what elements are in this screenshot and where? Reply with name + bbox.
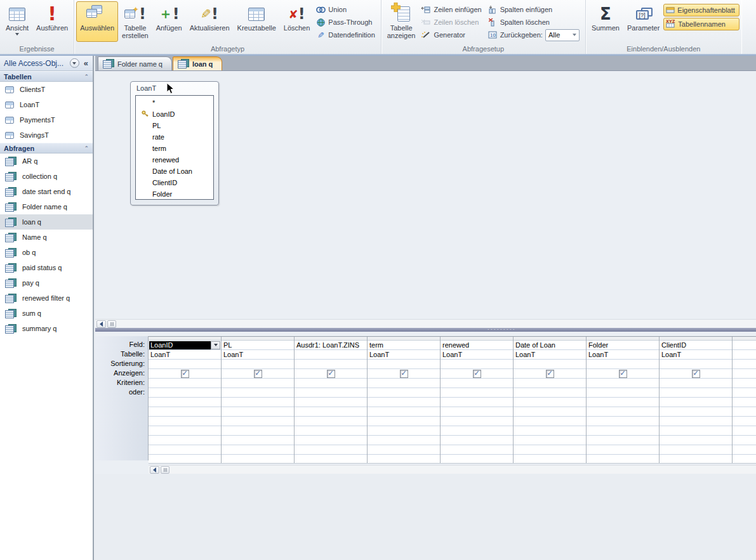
field-list-item[interactable]: term — [136, 143, 213, 154]
return-combobox[interactable]: Alle — [545, 29, 580, 41]
or-cell[interactable] — [295, 388, 367, 398]
sidebar-item-query[interactable]: Folder name q — [0, 199, 93, 214]
field-list-item[interactable]: * — [136, 97, 213, 108]
show-table-button[interactable]: Tabelle anzeigen — [383, 1, 420, 42]
table-cell[interactable]: LoanT — [368, 350, 440, 360]
sidebar-item-query[interactable]: date start end q — [0, 184, 93, 199]
criteria-cell[interactable] — [587, 379, 659, 388]
sidebar-item-query[interactable]: loan q — [0, 214, 93, 230]
field-list-item[interactable]: Folder — [136, 188, 213, 200]
or-cell[interactable] — [149, 388, 221, 398]
sort-cell[interactable] — [368, 360, 440, 369]
criteria-cell[interactable] — [222, 379, 294, 388]
criteria-cell[interactable] — [660, 379, 732, 388]
or-cell[interactable] — [441, 388, 513, 398]
insert-columns-button[interactable]: Spalten einfügen — [486, 3, 583, 16]
field-dropdown-button[interactable] — [211, 341, 220, 349]
field-cell[interactable]: term — [368, 341, 440, 350]
append-button[interactable]: ＋! Anfügen — [152, 1, 186, 42]
scrollbar-thumb[interactable] — [107, 320, 116, 328]
scroll-left-button[interactable] — [150, 466, 159, 474]
sidebar-item-query[interactable]: pay q — [0, 275, 93, 290]
show-cell[interactable]: ✓ — [149, 369, 221, 379]
show-checkbox[interactable]: ✓ — [546, 370, 554, 378]
sidebar-item-query[interactable]: paid status q — [0, 260, 93, 275]
or-cell[interactable] — [660, 388, 732, 398]
field-list-item[interactable]: rate — [136, 131, 213, 143]
show-cell[interactable]: ✓ — [587, 369, 659, 379]
field-cell[interactable]: Date of Loan — [514, 341, 586, 350]
table-cell[interactable]: LoanT — [441, 350, 513, 360]
sort-cell[interactable] — [295, 360, 367, 369]
nav-pane-dropdown-button[interactable] — [70, 58, 79, 68]
sidebar-item-query[interactable]: Name q — [0, 230, 93, 245]
show-cell[interactable]: ✓ — [368, 369, 440, 379]
sidebar-item-query[interactable]: ob q — [0, 245, 93, 260]
property-sheet-toggle[interactable]: Eigenschaftenblatt — [663, 4, 739, 16]
table-cell[interactable]: LoanT — [514, 350, 586, 360]
table-cell[interactable]: LoanT — [149, 350, 221, 360]
sidebar-item-table[interactable]: SavingsT — [0, 127, 93, 143]
show-checkbox[interactable]: ✓ — [692, 370, 700, 378]
field-list-item[interactable]: LoanID — [136, 108, 213, 120]
nav-pane-collapse-button[interactable]: « — [82, 58, 90, 68]
show-checkbox[interactable]: ✓ — [254, 370, 262, 378]
field-cell[interactable]: PL — [222, 341, 294, 350]
sort-cell[interactable] — [587, 360, 659, 369]
table-names-toggle[interactable]: XYZ Tabellennamen — [663, 18, 739, 30]
field-cell[interactable]: ClientID — [660, 341, 732, 350]
criteria-cell[interactable] — [295, 379, 367, 388]
sort-cell[interactable] — [149, 360, 221, 369]
sort-cell[interactable] — [514, 360, 586, 369]
sidebar-item-table[interactable]: LoanT — [0, 97, 93, 112]
data-definition-button[interactable]: ✎ Datendefinition — [314, 29, 378, 41]
insert-rows-button[interactable]: Zeilen einfügen — [419, 3, 485, 16]
parameters-button[interactable]: [?] Parameter — [623, 1, 663, 42]
sort-cell[interactable] — [660, 360, 732, 369]
delete-columns-button[interactable]: Spalten löschen — [486, 16, 583, 29]
show-checkbox[interactable]: ✓ — [327, 370, 335, 378]
nav-pane-header[interactable]: Alle Access-Obj... « — [0, 56, 93, 71]
make-table-button[interactable]: ✦! Tabelle erstellen — [118, 1, 152, 42]
document-tab[interactable]: loan q — [173, 56, 222, 70]
field-list-item[interactable]: Date of Loan — [136, 166, 213, 177]
sidebar-item-query[interactable]: AR q — [0, 153, 93, 169]
field-list-loant[interactable]: LoanT * LoanID — [130, 81, 219, 205]
show-checkbox[interactable]: ✓ — [473, 370, 481, 378]
show-cell[interactable]: ✓ — [295, 369, 367, 379]
show-checkbox[interactable]: ✓ — [181, 370, 189, 378]
delete-query-button[interactable]: ✘! Löschen — [280, 1, 314, 42]
show-cell[interactable]: ✓ — [222, 369, 294, 379]
diagram-horizontal-scrollbar[interactable] — [95, 319, 756, 328]
document-tab[interactable]: Folder name q — [98, 56, 172, 70]
show-cell[interactable]: ✓ — [660, 369, 732, 379]
field-cell[interactable]: Folder — [587, 341, 659, 350]
table-cell[interactable] — [295, 350, 367, 360]
field-list-item[interactable]: renewed — [136, 154, 213, 166]
sidebar-item-query[interactable]: renewed filter q — [0, 290, 93, 306]
totals-button[interactable]: Σ Summen — [588, 1, 623, 42]
builder-button[interactable]: Generator — [419, 29, 485, 41]
or-cell[interactable] — [587, 388, 659, 398]
show-cell[interactable]: ✓ — [441, 369, 513, 379]
show-cell[interactable]: ✓ — [514, 369, 586, 379]
field-list-item[interactable]: PL — [136, 120, 213, 131]
scrollbar-thumb[interactable] — [161, 466, 169, 474]
crosstab-button[interactable]: Kreuztabelle — [234, 1, 280, 42]
queries-section-header[interactable]: Abfragen ⌃ — [0, 143, 93, 153]
update-button[interactable]: ✎! Aktualisieren — [186, 1, 234, 42]
sidebar-item-table[interactable]: PaymentsT — [0, 112, 93, 127]
field-cell[interactable]: renewed — [441, 341, 513, 350]
sidebar-item-query[interactable]: summary q — [0, 321, 93, 336]
or-cell[interactable] — [222, 388, 294, 398]
sidebar-item-table[interactable]: ClientsT — [0, 82, 93, 97]
field-list-item[interactable]: ClientID — [136, 177, 213, 188]
show-checkbox[interactable]: ✓ — [400, 370, 408, 378]
sort-cell[interactable] — [441, 360, 513, 369]
table-cell[interactable]: LoanT — [222, 350, 294, 360]
pass-through-button[interactable]: Pass-Through — [314, 16, 378, 29]
scroll-left-button[interactable] — [96, 320, 106, 328]
criteria-cell[interactable] — [149, 379, 221, 388]
sidebar-item-query[interactable]: sum q — [0, 306, 93, 321]
union-button[interactable]: Union — [314, 3, 378, 16]
